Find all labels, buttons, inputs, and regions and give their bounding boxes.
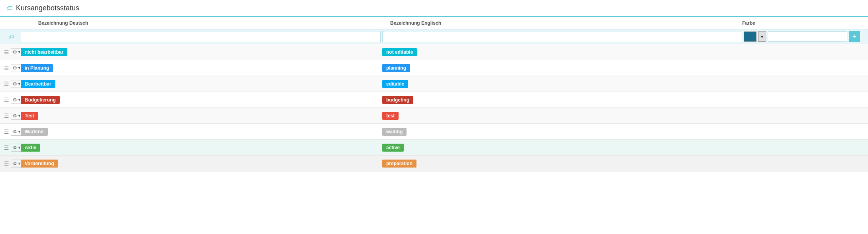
color-dropdown-btn[interactable]: ▼ (758, 31, 766, 42)
tag-badge-en: preparation (382, 160, 416, 168)
row-controls: ☰ ⚙ ▼ (3, 64, 19, 72)
tag-badge-en: waiting (382, 128, 407, 136)
row-label-de: Vorbereitung (21, 160, 381, 168)
tag-badge-de: in Planung (21, 64, 53, 72)
page-header: 🏷 Kursangebotsstatus (0, 0, 868, 17)
new-row: 🏷 ▼ + (0, 29, 868, 44)
row-label-en: not editable (382, 48, 742, 56)
gear-icon: ⚙ (13, 145, 17, 150)
tag-badge-en: test (382, 112, 399, 120)
drag-handle-icon[interactable]: ☰ (3, 128, 10, 136)
new-row-de-input[interactable] (21, 31, 381, 42)
add-button[interactable]: + (849, 31, 860, 42)
table-row: ☰ ⚙ ▼ Test test (0, 108, 868, 124)
tag-badge-de: Wartend (21, 128, 48, 136)
tag-badge-de: Bearbeitbar (21, 80, 55, 88)
table-header: Bezeichnung Deutsch Bezeichnung Englisch… (0, 17, 868, 29)
row-label-en: editable (382, 80, 742, 88)
row-label-de: Aktiv (21, 144, 381, 152)
drag-handle-icon[interactable]: ☰ (3, 112, 10, 120)
drag-handle-icon[interactable]: ☰ (3, 144, 10, 152)
row-label-en: planning (382, 64, 742, 72)
table-row: ☰ ⚙ ▼ Aktiv active (0, 140, 868, 156)
new-row-color-cell: ▼ (744, 31, 847, 42)
drag-handle-icon[interactable]: ☰ (3, 96, 10, 104)
row-label-de: Budgetierung (21, 96, 381, 104)
row-label-en: test (382, 112, 742, 120)
gear-icon: ⚙ (13, 129, 17, 135)
header-spacer (6, 20, 38, 26)
new-row-en-input[interactable] (382, 31, 742, 42)
row-label-de: Test (21, 112, 381, 120)
drag-handle-icon[interactable]: ☰ (3, 160, 10, 168)
tag-badge-en: planning (382, 64, 410, 72)
row-controls: ☰ ⚙ ▼ (3, 128, 19, 136)
gear-icon: ⚙ (13, 161, 17, 166)
drag-handle-icon[interactable]: ☰ (3, 64, 10, 72)
row-controls: ☰ ⚙ ▼ (3, 144, 19, 152)
row-label-de: Bearbeitbar (21, 80, 381, 88)
row-label-en: preparation (382, 160, 742, 168)
new-row-en-cell (382, 31, 742, 42)
new-row-tag-icon: 🏷 (3, 33, 19, 40)
table-row: ☰ ⚙ ▼ in Planung planning (0, 60, 868, 76)
tag-badge-de: Test (21, 112, 38, 120)
table-row: ☰ ⚙ ▼ Vorbereitung preparation (0, 156, 868, 172)
tag-badge-de: Vorbereitung (21, 160, 58, 168)
header-bezeichnung-deutsch: Bezeichnung Deutsch (38, 20, 390, 26)
tag-badge-en: active (382, 144, 404, 152)
tag-badge-de: Aktiv (21, 144, 40, 152)
gear-icon: ⚙ (13, 97, 17, 103)
header-actions (846, 20, 862, 26)
row-controls: ☰ ⚙ ▼ (3, 96, 19, 104)
rows-container: ☰ ⚙ ▼ nicht bearbeitbar not editable ☰ ⚙… (0, 44, 868, 172)
gear-icon: ⚙ (13, 65, 17, 71)
header-farbe: Farbe (742, 20, 846, 26)
row-controls: ☰ ⚙ ▼ (3, 80, 19, 88)
new-row-de-cell (21, 31, 381, 42)
tag-badge-en: not editable (382, 48, 417, 56)
row-controls: ☰ ⚙ ▼ (3, 160, 19, 168)
row-label-en: budgeting (382, 96, 742, 104)
tag-badge-de: Budgetierung (21, 96, 60, 104)
table-row: ☰ ⚙ ▼ nicht bearbeitbar not editable (0, 44, 868, 60)
table-row: ☰ ⚙ ▼ Wartend waiting (0, 124, 868, 140)
row-label-en: active (382, 144, 742, 152)
drag-handle-icon[interactable]: ☰ (3, 80, 10, 88)
row-label-en: waiting (382, 128, 742, 136)
table-container: Bezeichnung Deutsch Bezeichnung Englisch… (0, 17, 868, 172)
tag-badge-en: budgeting (382, 96, 413, 104)
gear-icon: ⚙ (13, 81, 17, 87)
tag-badge-en: editable (382, 80, 408, 88)
tag-badge-de: nicht bearbeitbar (21, 48, 67, 56)
row-label-de: nicht bearbeitbar (21, 48, 381, 56)
color-swatch[interactable] (744, 31, 757, 42)
row-label-de: in Planung (21, 64, 381, 72)
header-bezeichnung-englisch: Bezeichnung Englisch (390, 20, 742, 26)
gear-icon: ⚙ (13, 49, 17, 55)
table-row: ☰ ⚙ ▼ Bearbeitbar editable (0, 76, 868, 92)
gear-icon: ⚙ (13, 113, 17, 119)
add-btn-cell: + (849, 31, 865, 42)
row-controls: ☰ ⚙ ▼ (3, 112, 19, 120)
drag-handle-icon[interactable]: ☰ (3, 48, 10, 56)
color-input-bar (768, 31, 847, 42)
row-label-de: Wartend (21, 128, 381, 136)
row-controls: ☰ ⚙ ▼ (3, 48, 19, 56)
page-header-icon: 🏷 (6, 5, 13, 12)
page-title: Kursangebotsstatus (16, 4, 79, 12)
table-row: ☰ ⚙ ▼ Budgetierung budgeting (0, 92, 868, 108)
